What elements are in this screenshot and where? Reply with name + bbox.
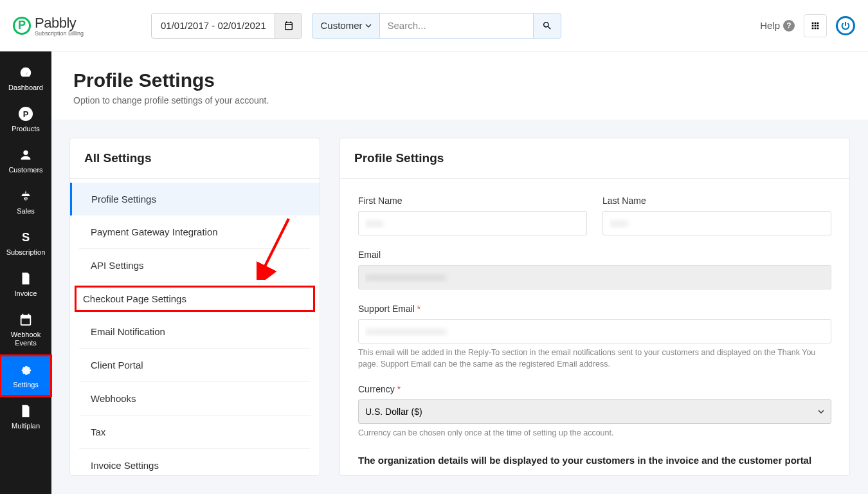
dashboard-icon bbox=[19, 66, 33, 80]
settings-item-payment-gateway[interactable]: Payment Gateway Integration bbox=[79, 215, 311, 249]
subscription-icon: S bbox=[19, 230, 33, 244]
currency-select[interactable]: U.S. Dollar ($) bbox=[358, 399, 831, 424]
profile-form-title: Profile Settings bbox=[340, 138, 849, 179]
svg-text:S: S bbox=[22, 230, 30, 244]
settings-item-api[interactable]: API Settings bbox=[79, 249, 311, 282]
last-name-label: Last Name bbox=[602, 196, 831, 206]
logo[interactable]: P Pabbly Subscription Billing bbox=[13, 15, 141, 37]
settings-item-invoice-settings[interactable]: Invoice Settings bbox=[79, 449, 311, 482]
currency-hint: Currency can be chosen only once at the … bbox=[358, 428, 831, 439]
email-label: Email bbox=[358, 250, 831, 260]
sidebar-item-customers[interactable]: Customers bbox=[0, 140, 51, 181]
search-icon bbox=[542, 21, 552, 31]
support-email-hint: This email will be added in the Reply-To… bbox=[358, 347, 831, 370]
sidebar-item-multiplan[interactable]: Multiplan bbox=[0, 396, 51, 437]
webhook-icon bbox=[19, 313, 33, 327]
brand-sub: Subscription Billing bbox=[35, 30, 84, 37]
date-range-text: 01/01/2017 - 02/01/2021 bbox=[152, 14, 275, 38]
settings-nav-title: All Settings bbox=[70, 138, 320, 179]
svg-text:$: $ bbox=[24, 196, 27, 201]
power-icon bbox=[840, 21, 851, 31]
content: All Settings Profile Settings Payment Ga… bbox=[51, 120, 868, 494]
calendar-icon[interactable] bbox=[275, 14, 302, 38]
search-filter-dropdown[interactable]: Customer bbox=[312, 14, 379, 38]
sales-icon: $ bbox=[19, 189, 33, 203]
email-input bbox=[358, 265, 831, 289]
sidebar-item-webhook-events[interactable]: Webhook Events bbox=[0, 305, 51, 355]
sidebar-item-dashboard[interactable]: Dashboard bbox=[0, 58, 51, 99]
search-group: Customer bbox=[312, 13, 561, 39]
power-button[interactable] bbox=[836, 16, 855, 35]
settings-item-tax[interactable]: Tax bbox=[79, 416, 311, 449]
customers-icon bbox=[19, 148, 33, 162]
profile-form: First Name Last Name Email Support bbox=[340, 179, 849, 482]
settings-item-email-notification[interactable]: Email Notification bbox=[79, 315, 311, 349]
topbar-right: Help ? bbox=[760, 14, 855, 37]
settings-item-client-portal[interactable]: Client Portal bbox=[79, 349, 311, 382]
settings-item-checkout-page[interactable]: Checkout Page Settings bbox=[71, 282, 318, 315]
first-name-input[interactable] bbox=[358, 211, 587, 235]
grid-icon bbox=[810, 21, 820, 31]
help-icon: ? bbox=[783, 20, 795, 32]
search-input[interactable] bbox=[379, 14, 534, 38]
chevron-down-icon bbox=[818, 408, 824, 415]
logo-icon: P bbox=[13, 17, 31, 35]
topbar: P Pabbly Subscription Billing 01/01/2017… bbox=[0, 0, 868, 51]
date-range-picker[interactable]: 01/01/2017 - 02/01/2021 bbox=[151, 13, 302, 39]
support-email-label: Support Email * bbox=[358, 304, 831, 314]
apps-button[interactable] bbox=[804, 14, 827, 37]
settings-list: Profile Settings Payment Gateway Integra… bbox=[70, 179, 320, 486]
sidebar-item-settings[interactable]: Settings bbox=[0, 355, 51, 396]
sidebar-item-sales[interactable]: $ Sales bbox=[0, 181, 51, 223]
products-icon: P bbox=[19, 107, 33, 121]
first-name-label: First Name bbox=[358, 196, 587, 206]
sidebar-item-products[interactable]: P Products bbox=[0, 99, 51, 140]
settings-item-webhooks[interactable]: Webhooks bbox=[79, 382, 311, 416]
search-button[interactable] bbox=[534, 14, 561, 38]
main: Profile Settings Option to change profil… bbox=[51, 51, 868, 494]
sidebar-item-subscription[interactable]: S Subscription bbox=[0, 223, 51, 264]
multiplan-icon bbox=[19, 404, 33, 418]
sidebar-item-invoice[interactable]: Invoice bbox=[0, 264, 51, 305]
page-header: Profile Settings Option to change profil… bbox=[51, 51, 868, 120]
page-title: Profile Settings bbox=[73, 69, 846, 91]
help-link[interactable]: Help ? bbox=[760, 20, 795, 32]
org-details-note: The organization details will be display… bbox=[358, 455, 831, 466]
currency-label: Currency * bbox=[358, 384, 831, 394]
last-name-input[interactable] bbox=[602, 211, 831, 235]
sidebar: Dashboard P Products Customers $ Sales S… bbox=[0, 51, 51, 494]
gear-icon bbox=[19, 363, 33, 377]
settings-nav-panel: All Settings Profile Settings Payment Ga… bbox=[69, 138, 320, 476]
brand-name: Pabbly bbox=[35, 15, 84, 32]
chevron-down-icon bbox=[365, 23, 372, 29]
invoice-icon bbox=[19, 271, 33, 286]
settings-item-profile[interactable]: Profile Settings bbox=[70, 183, 320, 215]
support-email-input[interactable] bbox=[358, 319, 831, 343]
page-subtitle: Option to change profile settings of you… bbox=[73, 95, 846, 105]
profile-form-panel: Profile Settings First Name Last Name bbox=[339, 138, 850, 476]
